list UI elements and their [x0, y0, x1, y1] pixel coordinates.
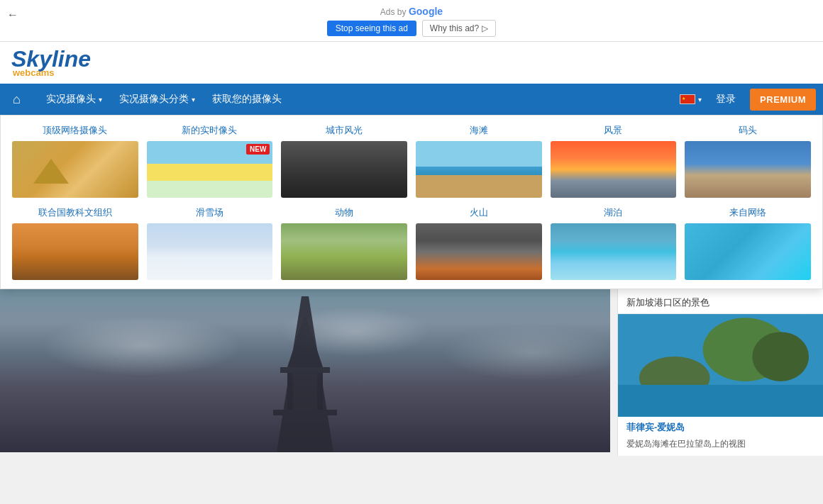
category-label: 湖泊: [551, 206, 677, 219]
category-label: 海滩: [416, 124, 542, 137]
navbar: ⌂ 实况摄像头 ▾ 实况摄像头分类 ▾ 获取您的摄像头 ▾ 登录 PREMIUM: [0, 84, 823, 115]
category-label: 码头: [685, 124, 811, 137]
category-image: [12, 141, 138, 198]
why-ad-label: Why this ad?: [430, 23, 479, 33]
nav-item-submit[interactable]: 获取您的摄像头: [204, 84, 290, 114]
flag-icon: [680, 94, 695, 104]
category-dropdown: 顶级网络摄像头 新的实时像头 NEW 城市风光 海滩 风景 码头 联合国教科文组…: [0, 115, 823, 289]
ad-title: Ads by Google: [0, 6, 823, 17]
sidebar: 新加坡港口区的景色 菲律宾-爱妮岛 爱妮岛海滩在巴拉望岛上的视图: [617, 289, 823, 456]
category-item-beach[interactable]: 海滩: [416, 124, 542, 198]
category-label: 滑雪场: [147, 206, 273, 219]
svg-rect-2: [280, 367, 330, 373]
category-item-volcano[interactable]: 火山: [416, 206, 542, 280]
google-brand: Google: [409, 6, 443, 17]
sidebar-image-label[interactable]: 菲律宾-爱妮岛: [618, 417, 823, 438]
category-item-new[interactable]: 新的实时像头 NEW: [147, 124, 273, 198]
category-label: 来自网络: [685, 206, 811, 219]
premium-button[interactable]: PREMIUM: [750, 89, 816, 111]
play-icon: ▷: [482, 23, 488, 33]
category-image: [281, 141, 407, 198]
ad-buttons: Stop seeing this ad Why this ad? ▷: [0, 20, 823, 37]
svg-point-8: [752, 332, 809, 381]
back-button[interactable]: ←: [7, 9, 18, 21]
why-ad-button[interactable]: Why this ad? ▷: [422, 20, 496, 37]
category-image: [12, 223, 138, 280]
main-camera-view: [0, 289, 617, 456]
language-selector[interactable]: ▾: [674, 89, 707, 110]
category-image: [416, 141, 542, 198]
header: Skyline webcams: [0, 42, 823, 84]
flag-chevron-icon: ▾: [698, 96, 702, 103]
category-image: [281, 223, 407, 280]
category-label: 动物: [281, 206, 407, 219]
category-image: [685, 223, 811, 280]
sidebar-thumbnail[interactable]: [618, 314, 823, 417]
category-item-ski[interactable]: 滑雪场: [147, 206, 273, 280]
nav-label-webcams: 实况摄像头: [46, 93, 96, 106]
new-badge: NEW: [246, 144, 270, 155]
category-item-harbor[interactable]: 码头: [685, 124, 811, 198]
eiffel-tower-svg: [248, 296, 362, 452]
chevron-down-icon: ▾: [99, 96, 102, 103]
category-item-unesco[interactable]: 联合国教科文组织: [12, 206, 138, 280]
nav-item-webcams[interactable]: 实况摄像头 ▾: [38, 84, 111, 114]
category-label: 风景: [551, 124, 677, 137]
category-image: [147, 223, 273, 280]
sidebar-location: 新加坡港口区的景色: [618, 289, 823, 314]
login-button[interactable]: 登录: [707, 87, 744, 111]
category-label: 联合国教科文组织: [12, 206, 138, 219]
category-item-animals[interactable]: 动物: [281, 206, 407, 280]
category-image: [551, 223, 677, 280]
category-image: [685, 141, 811, 198]
nav-label-submit: 获取您的摄像头: [212, 93, 282, 106]
category-item-web[interactable]: 来自网络: [685, 206, 811, 280]
category-image: [416, 223, 542, 280]
category-item-lake[interactable]: 湖泊: [551, 206, 677, 280]
category-image: [551, 141, 677, 198]
svg-rect-3: [273, 410, 337, 415]
home-button[interactable]: ⌂: [7, 85, 26, 114]
svg-marker-1: [287, 318, 323, 367]
sidebar-image-sub: 爱妮岛海滩在巴拉望岛上的视图: [618, 438, 823, 456]
category-label: 火山: [416, 206, 542, 219]
category-item-scenery[interactable]: 风景: [551, 124, 677, 198]
category-label: 新的实时像头: [147, 124, 273, 137]
sidebar-thumbnail-img: [618, 314, 823, 417]
svg-rect-5: [317, 373, 323, 410]
nav-item-categories[interactable]: 实况摄像头分类 ▾: [111, 84, 204, 114]
main-content: 新加坡港口区的景色 菲律宾-爱妮岛 爱妮岛海滩在巴拉望岛上的视图: [0, 289, 823, 456]
category-item-top[interactable]: 顶级网络摄像头: [12, 124, 138, 198]
logo[interactable]: Skyline webcams: [11, 47, 91, 78]
stop-ad-button[interactable]: Stop seeing this ad: [327, 21, 416, 36]
category-label: 顶级网络摄像头: [12, 124, 138, 137]
category-item-city[interactable]: 城市风光: [281, 124, 407, 198]
category-label: 城市风光: [281, 124, 407, 137]
chevron-down-icon: ▾: [192, 96, 195, 103]
svg-rect-10: [618, 385, 823, 417]
svg-rect-4: [287, 373, 293, 410]
eiffel-background: [0, 289, 610, 452]
ad-bar: ← Ads by Google Stop seeing this ad Why …: [0, 0, 823, 42]
nav-label-categories: 实况摄像头分类: [119, 93, 189, 106]
